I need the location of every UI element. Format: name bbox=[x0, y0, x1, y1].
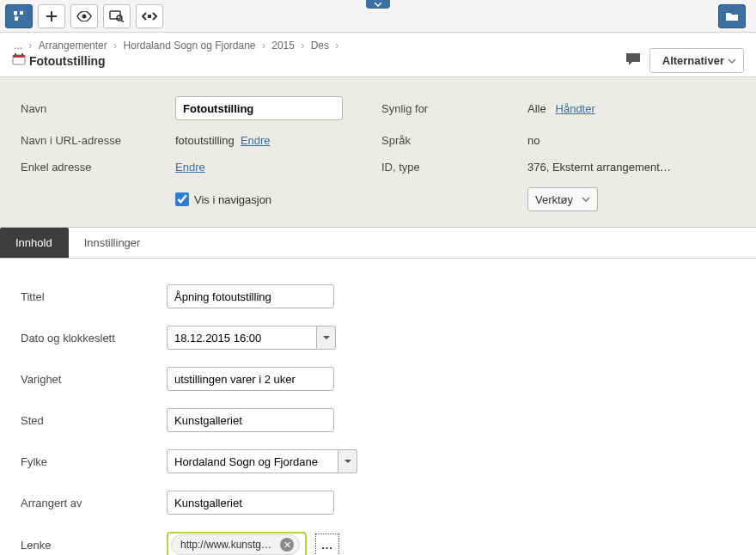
visible-for-value: Alle bbox=[527, 102, 546, 115]
label-county: Fylke bbox=[21, 455, 167, 468]
breadcrumb-item[interactable]: 2015 bbox=[271, 40, 295, 52]
preview-button[interactable] bbox=[70, 4, 98, 28]
breadcrumb-item[interactable]: Hordaland Sogn og Fjordane bbox=[123, 40, 255, 52]
label-url-name: Navn i URL-adresse bbox=[21, 134, 167, 147]
comment-icon[interactable] bbox=[625, 52, 641, 69]
tree-button[interactable] bbox=[5, 4, 33, 28]
datetime-picker-button[interactable] bbox=[317, 326, 336, 350]
label-name: Navn bbox=[21, 102, 167, 115]
svg-rect-6 bbox=[148, 15, 151, 18]
folder-button[interactable] bbox=[718, 4, 746, 28]
chevron-down-icon bbox=[582, 197, 590, 202]
svg-rect-2 bbox=[15, 17, 18, 21]
remove-link-button[interactable]: ✕ bbox=[280, 538, 294, 552]
label-title: Tittel bbox=[21, 290, 167, 303]
id-type-value: 376, Eksternt arrangement… bbox=[527, 161, 735, 174]
show-in-nav-checkbox[interactable] bbox=[175, 192, 189, 206]
duration-input[interactable] bbox=[167, 367, 334, 391]
link-field[interactable]: http://www.kunstg… ✕ bbox=[167, 532, 307, 555]
breadcrumb-root[interactable]: ... bbox=[14, 40, 22, 52]
county-input[interactable] bbox=[167, 449, 338, 473]
show-in-nav-label: Vis i navigasjon bbox=[194, 193, 271, 206]
title-input[interactable] bbox=[167, 284, 334, 308]
svg-rect-10 bbox=[21, 53, 23, 56]
simple-address-edit-link[interactable]: Endre bbox=[175, 161, 205, 174]
breadcrumb-item[interactable]: Arrangementer bbox=[39, 40, 107, 52]
page-header: ... › Arrangementer › Hordaland Sogn og … bbox=[0, 33, 756, 77]
handle-link[interactable]: Håndter bbox=[556, 102, 595, 115]
tab-settings[interactable]: Innstillinger bbox=[69, 228, 157, 258]
place-input[interactable] bbox=[167, 408, 334, 432]
svg-rect-0 bbox=[14, 11, 17, 15]
county-dropdown-button[interactable] bbox=[338, 449, 357, 473]
chevron-down-icon bbox=[728, 58, 736, 64]
breadcrumb-item[interactable]: Des bbox=[311, 40, 329, 52]
svg-rect-1 bbox=[20, 11, 23, 15]
label-duration: Varighet bbox=[21, 373, 167, 386]
arranged-by-input[interactable] bbox=[167, 491, 334, 515]
svg-point-3 bbox=[82, 14, 87, 18]
label-arranged-by: Arrangert av bbox=[21, 497, 167, 509]
svg-rect-9 bbox=[15, 53, 16, 56]
browse-link-button[interactable]: ... bbox=[315, 534, 339, 555]
tab-bar: Innhold Innstillinger bbox=[0, 228, 756, 259]
search-button[interactable] bbox=[103, 4, 131, 28]
tab-content[interactable]: Innhold bbox=[0, 228, 69, 258]
link-value: http://www.kunstg… bbox=[180, 539, 271, 551]
url-name-value: fotoutstilling bbox=[175, 134, 235, 147]
breadcrumb: ... › Arrangementer › Hordaland Sogn og … bbox=[12, 40, 625, 52]
expand-button[interactable] bbox=[136, 4, 163, 28]
top-toolbar bbox=[0, 0, 756, 33]
calendar-icon bbox=[12, 53, 26, 68]
label-id-type: ID, type bbox=[381, 161, 519, 174]
tools-dropdown[interactable]: Verktøy bbox=[527, 187, 598, 211]
datetime-input[interactable] bbox=[167, 326, 317, 350]
label-link: Lenke bbox=[21, 539, 167, 552]
top-handle[interactable] bbox=[366, 0, 390, 9]
name-input[interactable] bbox=[175, 96, 343, 120]
content-form: Tittel Dato og klokkeslett Varighet Sted… bbox=[0, 259, 756, 555]
label-language: Språk bbox=[381, 134, 519, 147]
url-name-edit-link[interactable]: Endre bbox=[241, 134, 271, 147]
label-visible-for: Synlig for bbox=[381, 102, 519, 115]
language-value: no bbox=[527, 134, 735, 147]
label-simple-address: Enkel adresse bbox=[21, 161, 167, 174]
label-datetime: Dato og klokkeslett bbox=[21, 332, 167, 345]
alternatives-button[interactable]: Alternativer bbox=[649, 48, 744, 73]
page-title: Fotoutstilling bbox=[29, 54, 106, 68]
meta-panel: Navn Synlig for Alle Håndter Navn i URL-… bbox=[0, 77, 756, 228]
label-place: Sted bbox=[21, 414, 167, 427]
add-button[interactable] bbox=[38, 4, 65, 28]
link-pill: http://www.kunstg… ✕ bbox=[171, 534, 300, 555]
